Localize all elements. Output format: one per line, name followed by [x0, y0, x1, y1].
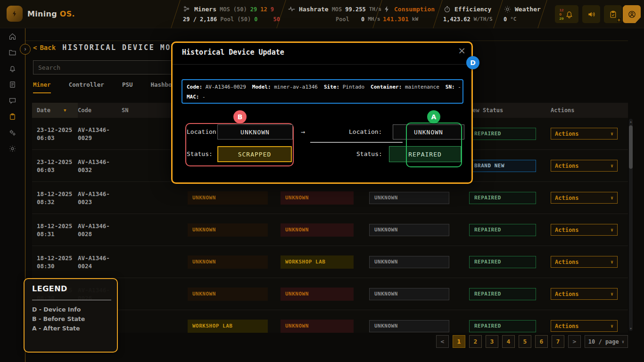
back-button[interactable]: < Back	[33, 44, 56, 51]
cell-to-location: UNKNOWN	[281, 223, 369, 237]
actions-dropdown[interactable]: Actions∨	[551, 192, 618, 204]
legend-divider	[32, 300, 111, 300]
legend-items: D - Device InfoB - Before StateA - After…	[32, 305, 85, 333]
tasks-badge: 0	[617, 18, 621, 22]
cell-to-location: UNKNOWN	[281, 191, 369, 205]
arrow-right-icon: →	[301, 124, 305, 140]
header-divider	[493, 0, 503, 28]
cell-old-status: UNKNOWN	[369, 320, 469, 332]
consumption-label: Consumption	[394, 6, 435, 13]
annotation-a-badge: A	[427, 110, 440, 123]
actions-dropdown[interactable]: Actions∨	[551, 128, 618, 140]
page-button-2[interactable]: 2	[469, 335, 482, 348]
tab-psu[interactable]: PSU	[122, 81, 133, 93]
table-row: 18-12-202508:30AV-A1346-0024UNKNOWNWORKS…	[32, 246, 628, 278]
chevron-down-icon: ∨	[622, 339, 624, 344]
brand-logo[interactable]: Mining OS.	[7, 6, 75, 22]
chevron-down-icon: ∨	[611, 323, 613, 329]
sidebar-item-document[interactable]	[0, 76, 25, 92]
cell-old-status: UNKNOWN	[369, 288, 469, 300]
page-prev-button[interactable]: <	[436, 335, 449, 348]
hashrate-pool-value: 0	[361, 16, 364, 23]
tasks-button[interactable]: 0	[604, 5, 622, 23]
tab-controller[interactable]: Controller	[69, 81, 104, 93]
sidebar-item-settings[interactable]	[0, 140, 25, 156]
before-location-label: Location:	[187, 124, 220, 140]
brand-accent: OS.	[60, 9, 75, 18]
notifications-button[interactable]: 12 0 29	[555, 5, 578, 23]
column-header-new-status[interactable]: New Status	[469, 107, 551, 114]
scrollbar-down-icon[interactable]: ▼	[629, 327, 633, 330]
page-button-1[interactable]: 1	[453, 335, 465, 348]
top-bar: Mining OS. Miners MOS (50) 29 12 9	[0, 0, 644, 28]
page-button-3[interactable]: 3	[486, 335, 498, 348]
old-status-box: UNKNOWN	[369, 288, 449, 300]
pagination: < 1234567 > 10 / page ∨	[436, 335, 628, 348]
page-button-5[interactable]: 5	[519, 335, 531, 348]
app-root: Mining OS. Miners MOS (50) 29 12 9	[0, 0, 644, 362]
actions-dropdown[interactable]: Actions∨	[551, 288, 618, 300]
device-info-segment: Container: maintenance	[371, 84, 439, 90]
cell-new-status: REPAIRED	[469, 128, 551, 140]
chevron-down-icon: ∨	[611, 131, 613, 136]
stat-weather: Weather 0 °C	[504, 4, 541, 24]
page-button-4[interactable]: 4	[502, 335, 515, 348]
sidebar-item-clipboard[interactable]	[0, 108, 25, 124]
actions-dropdown[interactable]: Actions∨	[551, 320, 618, 332]
close-icon[interactable]: ×	[458, 45, 466, 56]
page-button-7[interactable]: 7	[552, 335, 564, 348]
sidebar-collapse-button[interactable]: ›	[20, 44, 31, 55]
sidebar-item-home[interactable]	[0, 28, 25, 44]
device-info-line2: MAC: -	[187, 92, 458, 102]
before-status-label: Status:	[187, 146, 213, 162]
new-status-badge: REPAIRED	[469, 128, 536, 140]
cell-old-status: UNKNOWN	[369, 192, 469, 204]
to-location-badge: UNKNOWN	[281, 191, 354, 205]
efficiency-value: 1,423.62	[443, 16, 471, 23]
actions-dropdown[interactable]: Actions∨	[551, 224, 618, 236]
cell-to-location: UNKNOWN	[281, 288, 369, 301]
column-header-date[interactable]: Date ▼	[32, 103, 78, 118]
cell-new-status: REPAIRED	[469, 320, 551, 332]
page-next-button[interactable]: >	[568, 335, 581, 348]
cell-actions: Actions∨	[551, 256, 628, 268]
announcements-button[interactable]	[582, 5, 600, 23]
actions-dropdown[interactable]: Actions∨	[551, 160, 618, 172]
consumption-icon	[383, 5, 391, 13]
stat-miners: Miners MOS (50) 29 12 9 29 / 2,186 Pool …	[183, 4, 280, 24]
to-location-badge: WORKSHOP LAB	[281, 255, 354, 269]
legend-item: B - Before State	[32, 314, 85, 324]
cell-date: 18-12-202508:30	[32, 254, 78, 270]
page-button-6[interactable]: 6	[535, 335, 548, 348]
page-size-select[interactable]: 10 / page ∨	[585, 335, 628, 348]
from-location-badge: UNKNOWN	[188, 223, 268, 237]
sidebar-item-gears[interactable]	[0, 124, 25, 140]
sort-desc-icon: ▼	[64, 108, 66, 113]
stat-consumption: Consumption 141.301 kW	[383, 4, 435, 24]
to-location-badge: UNKNOWN	[281, 320, 354, 333]
before-status-value: SCRAPPED	[217, 146, 292, 162]
brand-bolt-icon	[7, 6, 23, 22]
cell-old-status: UNKNOWN	[369, 256, 469, 268]
clipboard-check-icon	[609, 10, 618, 19]
tab-miner[interactable]: Miner	[33, 81, 51, 93]
cell-old-status: UNKNOWN	[369, 224, 469, 236]
column-header-code[interactable]: Code	[78, 107, 122, 114]
profile-button[interactable]	[623, 5, 641, 23]
scrollbar-up-icon[interactable]: ▲	[629, 120, 633, 123]
cell-to-location: WORKSHOP LAB	[281, 255, 369, 269]
cell-from-location: UNKNOWN	[188, 223, 281, 237]
cell-actions: Actions∨	[551, 288, 628, 300]
sidebar-item-chat[interactable]	[0, 92, 25, 108]
scrollbar-thumb[interactable]	[629, 125, 633, 169]
table-scrollbar[interactable]: ▲ ▼	[629, 119, 633, 331]
stat-efficiency: Efficiency 1,423.62 W/TH/S	[443, 4, 493, 24]
hashrate-label: Hashrate	[299, 6, 329, 13]
table-row: 18-12-202508:32AV-A1346-0023UNKNOWNUNKNO…	[32, 182, 628, 214]
chevron-down-icon: ∨	[611, 259, 613, 264]
device-info-line1: Code: AV-A1346-0029Model: miner-av-a1346…	[187, 82, 458, 92]
actions-dropdown[interactable]: Actions∨	[551, 256, 618, 268]
miners-mos-online: 29	[250, 6, 257, 13]
sidebar-item-bell[interactable]	[0, 60, 25, 76]
cell-actions: Actions∨	[551, 160, 628, 172]
